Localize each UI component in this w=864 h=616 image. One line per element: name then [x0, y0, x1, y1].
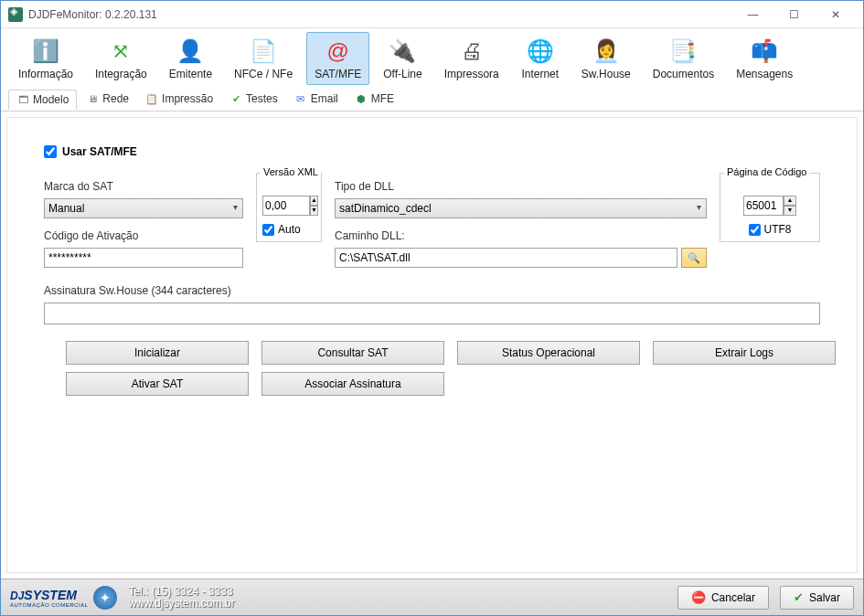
satmfe-label: SAT/MFE — [315, 68, 361, 80]
email-tab-icon: ✉ — [294, 92, 307, 105]
logo-subtitle: AUTOMAÇÃO COMERCIAL — [10, 602, 88, 608]
tipodll-select[interactable] — [335, 198, 707, 218]
toolbar-impressora[interactable]: 🖨 Impressora — [436, 32, 507, 85]
modelo-tab-icon: 🗔 — [16, 93, 29, 106]
save-button[interactable]: ✔ Salvar — [780, 586, 854, 610]
tipodll-label: Tipo de DLL — [335, 180, 707, 193]
internet-label: Internet — [521, 68, 559, 80]
cancel-icon: ⛔ — [691, 590, 706, 604]
internet-icon: 🌐 — [526, 37, 555, 66]
logo: DJSYSTEM AUTOMAÇÃO COMERCIAL ✦ — [10, 586, 117, 610]
codigo-input[interactable] — [44, 248, 243, 268]
toolbar-informacao[interactable]: ℹ️ Informação — [10, 32, 81, 85]
logo-system: SYSTEM — [24, 588, 77, 602]
tab-testes[interactable]: ✔ Testes — [222, 90, 285, 108]
emitente-label: Emitente — [169, 68, 212, 80]
assinatura-input[interactable] — [44, 303, 820, 324]
documentos-label: Documentos — [653, 68, 714, 80]
save-icon: ✔ — [794, 590, 804, 604]
swhouse-label: Sw.House — [581, 68, 631, 80]
use-sat-checkbox-label[interactable]: Usar SAT/MFE — [44, 145, 820, 158]
toolbar-offline[interactable]: 🔌 Off-Line — [375, 32, 430, 85]
contact-site: www.djsystem.com.br — [128, 598, 234, 610]
integracao-icon: ⤧ — [106, 37, 135, 66]
cancel-button[interactable]: ⛔ Cancelar — [677, 586, 769, 610]
inicializar-button[interactable]: Inicializar — [66, 341, 249, 365]
toolbar-satmfe[interactable]: @ SAT/MFE — [306, 32, 369, 85]
offline-icon: 🔌 — [388, 37, 417, 66]
rede-tab-icon: 🖥 — [86, 92, 99, 105]
informacao-label: Informação — [18, 68, 73, 80]
save-label: Salvar — [809, 591, 840, 604]
impressora-icon: 🖨 — [457, 37, 486, 66]
tab-impressao[interactable]: 📋 Impressão — [138, 90, 220, 108]
assinatura-label: Assinatura Sw.House (344 caracteres) — [44, 284, 820, 297]
integracao-label: Integração — [95, 68, 147, 80]
email-tab-label: Email — [311, 92, 338, 105]
nfce-icon: 📄 — [249, 37, 278, 66]
modelo-tab-label: Modelo — [33, 93, 69, 106]
pagina-spinner[interactable]: ▲▼ — [784, 196, 796, 216]
close-button[interactable]: ✕ — [815, 2, 856, 27]
emitente-icon: 👤 — [176, 37, 205, 66]
toolbar-swhouse[interactable]: 👩‍💼 Sw.House — [573, 32, 639, 85]
caminho-label: Caminho DLL: — [335, 229, 707, 242]
documentos-icon: 📑 — [668, 37, 698, 66]
toolbar-emitente[interactable]: 👤 Emitente — [161, 32, 220, 85]
app-icon — [8, 7, 23, 22]
main-toolbar: ℹ️ Informação⤧ Integração👤 Emitente📄 NFC… — [1, 28, 863, 87]
logo-globe-icon: ✦ — [93, 586, 117, 610]
use-sat-checkbox[interactable] — [44, 145, 57, 158]
extrair-button[interactable]: Extrair Logs — [653, 341, 836, 365]
codigo-label: Código de Ativação — [44, 229, 243, 242]
utf8-text: UTF8 — [764, 223, 792, 236]
status-button[interactable]: Status Operacional — [457, 341, 640, 365]
toolbar-documentos[interactable]: 📑 Documentos — [645, 32, 722, 85]
mfe-tab-label: MFE — [371, 92, 394, 105]
versao-label: Versão XML — [261, 166, 321, 177]
caminho-input[interactable] — [335, 248, 677, 268]
versao-input[interactable] — [262, 196, 310, 216]
pagina-input[interactable] — [743, 196, 784, 216]
satmfe-icon: @ — [324, 37, 353, 66]
maximize-button[interactable]: ☐ — [773, 2, 815, 27]
nfce-label: NFCe / NFe — [234, 68, 293, 80]
consultar-button[interactable]: Consultar SAT — [261, 341, 444, 365]
contact-tel: Tel.: (15) 3324 - 3333 — [128, 586, 234, 598]
toolbar-mensagens[interactable]: 📫 Mensagens — [728, 32, 801, 85]
tab-modelo[interactable]: 🗔 Modelo — [8, 90, 77, 110]
ativar-button[interactable]: Ativar SAT — [66, 372, 249, 396]
pagina-label: Página de Código — [724, 166, 809, 177]
sub-tabs: 🗔 Modelo🖥 Rede📋 Impressão✔ Testes✉ Email… — [1, 87, 863, 112]
swhouse-icon: 👩‍💼 — [592, 37, 621, 66]
toolbar-integracao[interactable]: ⤧ Integração — [87, 32, 155, 85]
logo-dj: DJ — [10, 589, 24, 602]
toolbar-nfce[interactable]: 📄 NFCe / NFe — [226, 32, 301, 85]
minimize-button[interactable]: — — [732, 2, 773, 27]
auto-checkbox[interactable] — [262, 224, 274, 236]
toolbar-internet[interactable]: 🌐 Internet — [513, 32, 568, 85]
use-sat-text: Usar SAT/MFE — [62, 145, 137, 158]
cancel-label: Cancelar — [711, 591, 755, 604]
associar-button[interactable]: Associar Assinatura — [261, 372, 444, 396]
tab-email[interactable]: ✉ Email — [287, 90, 346, 108]
marca-select[interactable] — [44, 198, 243, 218]
title-bar: DJDFeMonitor: 0.2.20.131 — ☐ ✕ — [1, 1, 863, 28]
marca-label: Marca do SAT — [44, 180, 243, 193]
browse-button[interactable]: 🔍 — [681, 248, 707, 268]
testes-tab-label: Testes — [246, 92, 278, 105]
content-panel: Usar SAT/MFE Marca do SAT Código de Ativ… — [6, 117, 858, 573]
utf8-checkbox[interactable] — [749, 224, 761, 236]
window-title: DJDFeMonitor: 0.2.20.131 — [28, 8, 732, 21]
informacao-icon: ℹ️ — [31, 37, 60, 66]
tab-mfe[interactable]: ⬢ MFE — [347, 90, 401, 108]
utf8-checkbox-label[interactable]: UTF8 — [726, 223, 814, 236]
rede-tab-label: Rede — [102, 92, 129, 105]
versao-spinner[interactable]: ▲▼ — [310, 196, 318, 216]
impressora-label: Impressora — [444, 68, 499, 80]
tab-rede[interactable]: 🖥 Rede — [79, 90, 136, 108]
impressao-tab-label: Impressão — [162, 92, 213, 105]
contact-info: Tel.: (15) 3324 - 3333 www.djsystem.com.… — [128, 586, 234, 610]
impressao-tab-icon: 📋 — [145, 92, 158, 105]
auto-checkbox-label[interactable]: Auto — [262, 223, 315, 236]
